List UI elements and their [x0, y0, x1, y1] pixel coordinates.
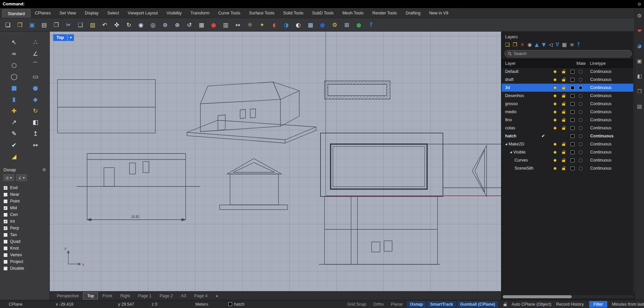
layer-lock-icon[interactable] [562, 92, 565, 100]
rotate-view-icon[interactable]: ↻ [123, 19, 135, 30]
osnap-checkbox-quad[interactable] [3, 239, 8, 244]
point-tool[interactable]: ∴ [25, 36, 46, 48]
osnap-item-vertex[interactable]: Vertex [3, 252, 46, 258]
layer-row-grosso[interactable]: grossoContinuous [502, 100, 635, 108]
osnap-item-point[interactable]: Point [3, 198, 46, 205]
layer-color-swatch[interactable] [571, 108, 574, 116]
osnap-checkbox-vertex[interactable] [3, 253, 8, 257]
rotate-tool[interactable]: ↻ [25, 105, 46, 116]
layer-linetype[interactable]: Continuous [590, 116, 611, 124]
column-material[interactable]: Mate [576, 61, 586, 66]
menu-item-visibility[interactable]: Visibility [162, 8, 186, 18]
window-detail-drawing[interactable] [320, 133, 501, 196]
layer-material-icon[interactable] [579, 116, 582, 124]
layer-material-icon[interactable] [579, 76, 582, 84]
columns-icon[interactable]: ▦ [562, 42, 567, 47]
layers-search-input[interactable] [514, 51, 629, 56]
save-icon[interactable]: ▣ [26, 19, 38, 30]
menu-item-drafting[interactable]: Drafting [401, 8, 425, 18]
toggle-planar[interactable]: Planar [388, 301, 406, 308]
context-panel-icon[interactable]: ◧ [637, 73, 642, 79]
help-icon[interactable]: ? [365, 19, 377, 30]
layer-visibility-bulb-icon[interactable] [554, 156, 557, 164]
layer-material-icon[interactable] [579, 92, 582, 100]
layer-linetype[interactable]: Continuous [590, 140, 611, 148]
layer-linetype[interactable]: Continuous [590, 68, 611, 76]
properties-ball-icon[interactable]: ◕ [637, 43, 642, 49]
polyline-tool[interactable]: ∠ [25, 48, 46, 59]
osnap-checkbox-perp[interactable]: ✓ [3, 226, 8, 230]
layer-visibility-bulb-icon[interactable] [554, 164, 557, 172]
collapse-icon[interactable]: ◁ [549, 42, 553, 47]
osnap-item-mid[interactable]: ✓Mid [3, 205, 46, 211]
layer-lock-icon[interactable] [562, 108, 565, 116]
box-tool[interactable]: ■ [3, 82, 25, 93]
layer-linetype[interactable]: Continuous [590, 76, 611, 84]
delete-layer-icon[interactable]: ✕ [520, 42, 525, 47]
menu-item-mesh-tools[interactable]: Mesh Tools [338, 8, 368, 18]
layer-row-make2d[interactable]: ◢Make2DContinuous [502, 140, 635, 148]
toggle-smarttrack[interactable]: SmartTrack [427, 301, 456, 308]
menu-item-display[interactable]: Display [80, 8, 103, 18]
print-icon[interactable]: ▤ [38, 19, 50, 30]
layer-material-icon[interactable] [579, 156, 582, 164]
roof-plan-drawing[interactable] [58, 80, 155, 133]
ellipse-tool[interactable]: ◯ [3, 71, 25, 82]
viewport-title-caret-icon[interactable]: ▼ [68, 34, 74, 41]
layer-visibility-bulb-icon[interactable] [554, 140, 557, 148]
dim-style-icon[interactable]: ⊞ [341, 19, 352, 30]
menu-item-curve-tools[interactable]: Curve Tools [214, 8, 245, 18]
sphere-tool[interactable]: ● [25, 82, 46, 93]
extrude-tool[interactable]: ↥ [25, 128, 46, 139]
osnap-item-project[interactable]: Project [3, 258, 46, 265]
panel-gear-icon[interactable]: ⚙ [637, 13, 642, 19]
osnap-extra-dropdown[interactable]: ∠ ▾ [16, 174, 27, 181]
osnap-checkbox-cen[interactable] [3, 213, 8, 217]
new-sublayer-icon[interactable]: ❐ [513, 42, 517, 47]
layer-linetype[interactable]: Continuous [590, 92, 611, 100]
layer-lock-icon[interactable] [562, 148, 565, 156]
layer-row-medio[interactable]: medioContinuous [502, 108, 635, 116]
zoom-window-icon[interactable]: ◎ [147, 19, 159, 30]
osnap-item-knot[interactable]: Knot [3, 245, 46, 252]
layer-visibility-bulb-icon[interactable] [554, 100, 557, 108]
layer-visibility-bulb-icon[interactable] [554, 84, 557, 92]
cplane-selector[interactable]: CPlane [9, 302, 56, 307]
light-icon[interactable]: ☼ [244, 19, 256, 30]
check-tool[interactable]: ✔ [3, 139, 25, 150]
paste-icon[interactable]: ▨ [87, 19, 98, 30]
layer-visibility-bulb-icon[interactable] [554, 76, 557, 84]
layer-material-icon[interactable] [579, 84, 582, 92]
menu-item-cplanes[interactable]: CPlanes [31, 8, 55, 18]
osnap-item-cen[interactable]: Cen [3, 211, 46, 218]
column-layer[interactable]: Layer [505, 61, 516, 66]
layer-material-icon[interactable] [579, 132, 582, 140]
menu-tab-standard[interactable]: Standard [2, 9, 31, 18]
osnap-item-near[interactable]: Near [3, 191, 46, 198]
toggle-ortho[interactable]: Ortho [370, 301, 387, 308]
layer-color-swatch[interactable] [571, 92, 574, 100]
zoom-icon[interactable]: ◉ [135, 19, 147, 30]
layer-material-icon[interactable] [579, 148, 582, 156]
viewport-tab-page-4[interactable]: Page 4 [190, 293, 211, 299]
menu-item-render-tools[interactable]: Render Tools [368, 8, 401, 18]
layer-color-swatch[interactable] [571, 84, 574, 92]
move-up-icon[interactable]: ▲ [535, 42, 539, 47]
layer-row-curves[interactable]: CurvesContinuous [502, 156, 635, 164]
hatch-tool[interactable]: ◢ [3, 150, 25, 162]
layer-color-swatch[interactable] [571, 140, 574, 148]
session-info[interactable]: Minutes from last [612, 302, 644, 307]
layers-help-icon[interactable]: ? [577, 42, 580, 47]
menu-item-transform[interactable]: Transform [186, 8, 214, 18]
current-layer-indicator[interactable]: hatch [228, 302, 244, 307]
layer-visibility-bulb-icon[interactable] [554, 124, 557, 132]
panel-grip-handle[interactable]: ·········· [0, 32, 49, 36]
layer-color-swatch[interactable] [571, 164, 574, 172]
layer-row-cotas[interactable]: cotasContinuous [502, 124, 635, 132]
snap-grid-icon[interactable]: ▩ [305, 19, 316, 30]
menu-item-subd-tools[interactable]: SubD Tools [308, 8, 338, 18]
circle-tool[interactable]: ○ [3, 59, 25, 71]
new-file-icon[interactable]: ❏ [2, 19, 13, 30]
osnap-item-end[interactable]: ✓End [3, 184, 46, 191]
arc-tool[interactable]: ⌒ [25, 59, 46, 71]
